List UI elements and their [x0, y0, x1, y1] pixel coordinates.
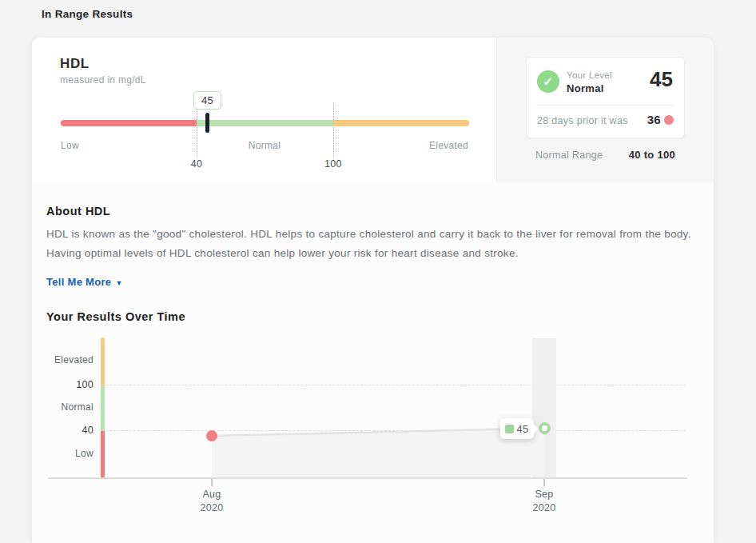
range-bar: [61, 120, 469, 126]
zone-label-elevated: Elevated: [429, 140, 468, 151]
zone-label-normal: Normal: [249, 140, 281, 151]
x-tick-aug: [211, 479, 213, 486]
level-summary-panel: ✓ Your Level Normal 45 28 days prior it …: [497, 38, 714, 182]
prior-value: 36: [647, 113, 661, 126]
tooltip-value: 45: [516, 423, 528, 435]
hdl-range-panel: HDL measured in mg/dL 45 Low Normal Elev…: [32, 38, 497, 182]
x-tick-sep: [543, 479, 545, 486]
xaxis-month-sep: Sep: [512, 488, 576, 501]
level-value: 45: [650, 67, 673, 92]
prior-value-group: 36: [647, 113, 674, 126]
xaxis-label-sep: Sep 2020: [512, 488, 576, 515]
detail-section: About HDL HDL is known as the "good" cho…: [32, 182, 714, 543]
range-segment-elevated: [333, 120, 469, 126]
divider: [536, 105, 674, 106]
current-value-badge: 45: [193, 91, 221, 110]
your-level-label: Your Level: [567, 70, 612, 80]
range-segment-normal: [197, 120, 333, 126]
xaxis-month-aug: Aug: [180, 488, 244, 501]
level-status: Normal: [567, 82, 604, 94]
trend-line: [32, 182, 714, 543]
your-level-card: ✓ Your Level Normal 45 28 days prior it …: [526, 57, 685, 138]
zone-label-low: Low: [61, 140, 79, 151]
xaxis-year-sep: 2020: [512, 501, 576, 515]
data-point-sep[interactable]: [539, 422, 551, 434]
hdl-units-label: measured in mg/dL: [60, 74, 146, 86]
x-axis-line: [48, 477, 687, 479]
low-status-dot-icon: [664, 115, 674, 125]
threshold-value-100: 100: [317, 158, 349, 170]
hdl-summary-row: HDL measured in mg/dL 45 Low Normal Elev…: [32, 38, 714, 182]
xaxis-label-aug: Aug 2020: [180, 488, 244, 515]
current-value-marker[interactable]: [205, 113, 209, 133]
hdl-title: HDL: [60, 56, 90, 72]
threshold-line-100: [333, 102, 334, 157]
page-title: In Range Results: [42, 8, 133, 20]
normal-range-label: Normal Range: [535, 150, 603, 161]
threshold-line-40: [197, 102, 197, 157]
tooltip-swatch-icon: [505, 425, 514, 433]
check-icon: ✓: [537, 70, 559, 93]
range-segment-low: [61, 120, 197, 126]
results-card: HDL measured in mg/dL 45 Low Normal Elev…: [32, 38, 714, 543]
prior-label: 28 days prior it was: [537, 115, 628, 126]
normal-range-value: 40 to 100: [629, 149, 675, 161]
threshold-value-40: 40: [181, 158, 213, 170]
data-point-aug[interactable]: [206, 430, 217, 441]
value-tooltip: 45: [500, 418, 534, 439]
xaxis-year-aug: 2020: [180, 501, 244, 515]
